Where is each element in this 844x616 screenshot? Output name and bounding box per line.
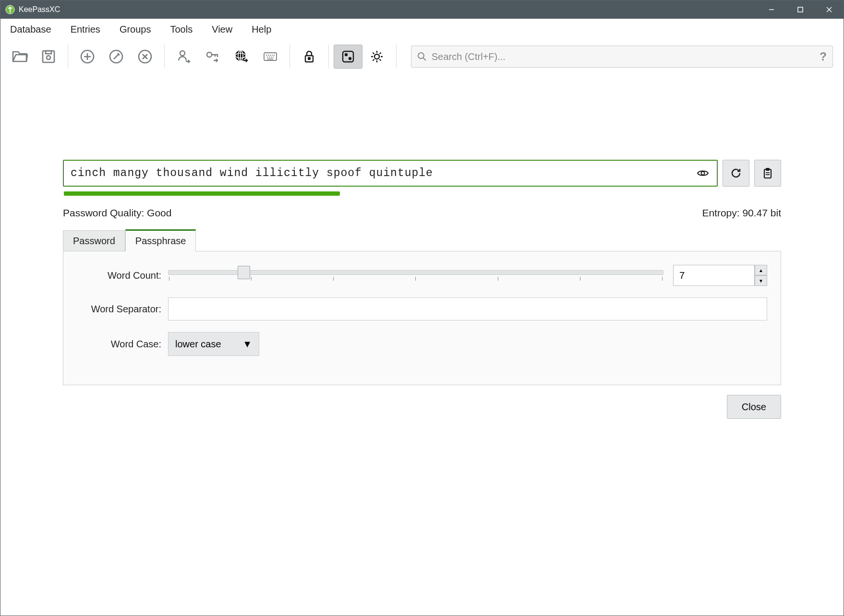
generated-password-text: cinch mangy thousand wind illicitly spoo… [71, 167, 696, 179]
app-icon [5, 5, 15, 14]
password-strength-bar [64, 191, 340, 196]
add-entry-button[interactable] [73, 45, 102, 69]
close-window-button[interactable] [815, 0, 844, 19]
toolbar-separator [164, 45, 165, 69]
svg-line-39 [423, 58, 426, 60]
toggle-visibility-button[interactable] [696, 166, 710, 180]
regenerate-button[interactable] [723, 160, 749, 187]
password-quality-label: Password Quality: Good [63, 207, 171, 219]
close-button-label: Close [742, 402, 766, 413]
maximize-button[interactable] [786, 0, 815, 19]
word-count-slider[interactable] [168, 266, 663, 285]
svg-point-33 [308, 58, 310, 59]
svg-rect-34 [343, 51, 353, 62]
toolbar-separator [396, 45, 397, 69]
search-input[interactable] [432, 51, 816, 62]
word-count-down-button[interactable]: ▼ [755, 275, 767, 286]
menubar: Database Entries Groups Tools View Help [0, 19, 844, 40]
word-count-input[interactable] [673, 265, 755, 286]
toolbar-separator [68, 45, 68, 69]
svg-point-16 [207, 52, 212, 57]
svg-point-40 [701, 172, 705, 175]
toolbar-separator [328, 45, 329, 69]
toolbar: ? [0, 40, 844, 73]
search-icon [417, 52, 427, 61]
menu-view[interactable]: View [209, 22, 235, 37]
menu-help[interactable]: Help [249, 22, 274, 37]
copy-username-button[interactable] [169, 45, 198, 69]
word-count-up-button[interactable]: ▲ [755, 265, 767, 275]
menu-tools[interactable]: Tools [167, 22, 195, 37]
chevron-down-icon: ▼ [242, 339, 252, 350]
settings-button[interactable] [362, 45, 391, 69]
window-title: KeePassXC [19, 5, 60, 14]
auto-type-button[interactable] [256, 45, 285, 69]
search-help-icon[interactable]: ? [820, 50, 827, 63]
search-box[interactable]: ? [411, 46, 833, 68]
word-case-value: lower case [175, 339, 221, 350]
slider-thumb[interactable] [238, 266, 250, 279]
word-case-label: Word Case: [77, 339, 168, 350]
generator-panel: cinch mangy thousand wind illicitly spoo… [0, 73, 844, 616]
copy-password-button[interactable] [198, 45, 227, 69]
svg-rect-2 [798, 7, 803, 12]
save-database-button[interactable] [34, 45, 63, 69]
svg-point-15 [180, 51, 185, 56]
menu-database[interactable]: Database [7, 22, 54, 37]
close-button[interactable]: Close [727, 395, 781, 419]
generated-password-field[interactable]: cinch mangy thousand wind illicitly spoo… [63, 160, 718, 187]
tab-password[interactable]: Password [63, 230, 125, 251]
word-separator-input[interactable] [168, 297, 767, 320]
edit-entry-button[interactable] [102, 45, 131, 69]
delete-entry-button[interactable] [131, 45, 159, 69]
tab-passphrase[interactable]: Passphrase [125, 229, 196, 251]
entropy-label: Entropy: 90.47 bit [702, 207, 781, 219]
toolbar-separator [289, 45, 290, 69]
word-separator-label: Word Separator: [77, 304, 168, 315]
open-database-button[interactable] [5, 45, 34, 69]
svg-rect-7 [46, 51, 51, 54]
app-window: KeePassXC Database Entries Groups Tools … [0, 0, 844, 616]
password-generator-button[interactable] [334, 45, 362, 69]
menu-groups[interactable]: Groups [117, 22, 154, 37]
svg-point-37 [374, 54, 379, 59]
copy-password-to-clipboard-button[interactable] [754, 160, 781, 187]
titlebar: KeePassXC [0, 0, 844, 19]
lock-database-button[interactable] [295, 45, 324, 69]
word-count-label: Word Count: [77, 270, 168, 281]
svg-point-6 [47, 56, 50, 59]
svg-point-38 [418, 53, 424, 59]
passphrase-panel: Word Count: ▲ ▼ Word Separator: [63, 251, 781, 385]
word-case-select[interactable]: lower case ▼ [168, 332, 259, 356]
generator-tabs: Password Passphrase [63, 229, 781, 251]
menu-entries[interactable]: Entries [68, 22, 103, 37]
svg-rect-5 [43, 51, 54, 62]
svg-point-35 [345, 54, 347, 56]
minimize-button[interactable] [757, 0, 786, 19]
copy-url-button[interactable] [227, 45, 256, 69]
svg-point-36 [349, 58, 351, 59]
